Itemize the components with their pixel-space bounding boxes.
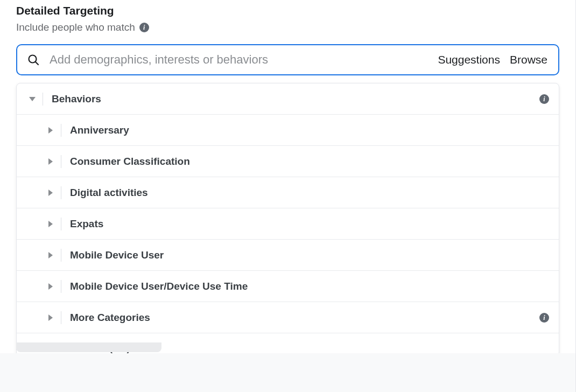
svg-line-1 bbox=[36, 62, 38, 65]
category-item[interactable]: Mobile Device User/Device Use Time bbox=[17, 271, 559, 302]
search-icon bbox=[27, 53, 40, 66]
svg-marker-2 bbox=[29, 97, 36, 101]
svg-marker-3 bbox=[48, 127, 53, 134]
chevron-right-icon bbox=[40, 157, 61, 166]
behaviors-dropdown: Behaviors i AnniversaryConsumer Classifi… bbox=[16, 83, 559, 356]
footer-area bbox=[0, 353, 576, 392]
svg-marker-8 bbox=[48, 283, 53, 290]
divider bbox=[61, 249, 61, 262]
row-label: Behaviors bbox=[52, 93, 539, 105]
svg-marker-9 bbox=[48, 314, 53, 321]
divider bbox=[61, 124, 61, 137]
svg-marker-7 bbox=[48, 252, 53, 258]
subtitle-row: Include people who match i bbox=[16, 22, 559, 33]
chevron-right-icon bbox=[40, 188, 61, 197]
detailed-targeting-panel: Detailed Targeting Include people who ma… bbox=[0, 0, 576, 383]
row-label: Anniversary bbox=[70, 124, 549, 136]
row-label: Expats bbox=[70, 218, 549, 230]
svg-marker-6 bbox=[48, 221, 53, 227]
panel-title: Detailed Targeting bbox=[16, 4, 559, 17]
chevron-right-icon bbox=[40, 251, 61, 260]
divider bbox=[61, 186, 61, 199]
browse-link[interactable]: Browse bbox=[510, 53, 547, 66]
divider bbox=[61, 155, 61, 168]
info-icon[interactable]: i bbox=[139, 23, 149, 32]
info-icon[interactable]: i bbox=[539, 313, 549, 323]
row-label: Mobile Device User bbox=[70, 249, 549, 261]
search-input[interactable] bbox=[50, 53, 428, 67]
pill-shadow bbox=[16, 342, 161, 352]
divider bbox=[61, 311, 61, 324]
chevron-right-icon bbox=[40, 126, 61, 135]
row-label: Digital activities bbox=[70, 187, 549, 199]
svg-marker-5 bbox=[48, 190, 53, 196]
divider bbox=[61, 218, 61, 230]
row-label: More Categories bbox=[70, 312, 539, 324]
suggestions-link[interactable]: Suggestions bbox=[438, 53, 500, 66]
divider bbox=[43, 93, 43, 106]
divider bbox=[61, 280, 61, 293]
search-bar[interactable]: Suggestions Browse bbox=[16, 44, 559, 75]
category-behaviors[interactable]: Behaviors i bbox=[17, 83, 559, 115]
category-item[interactable]: Consumer Classification bbox=[17, 146, 559, 177]
row-label: Consumer Classification bbox=[70, 156, 549, 167]
svg-marker-4 bbox=[48, 158, 53, 165]
chevron-right-icon bbox=[40, 220, 61, 228]
chevron-right-icon bbox=[40, 313, 61, 322]
chevron-right-icon bbox=[40, 282, 61, 291]
row-label: Mobile Device User/Device Use Time bbox=[70, 281, 549, 292]
category-item[interactable]: Anniversary bbox=[17, 115, 559, 146]
category-item[interactable]: More Categoriesi bbox=[17, 302, 559, 333]
category-item[interactable]: Mobile Device User bbox=[17, 240, 559, 271]
chevron-down-icon bbox=[22, 96, 43, 102]
category-item[interactable]: Expats bbox=[17, 208, 559, 240]
info-icon[interactable]: i bbox=[539, 94, 549, 104]
category-item[interactable]: Digital activities bbox=[17, 177, 559, 208]
subtitle-text: Include people who match bbox=[16, 22, 135, 33]
